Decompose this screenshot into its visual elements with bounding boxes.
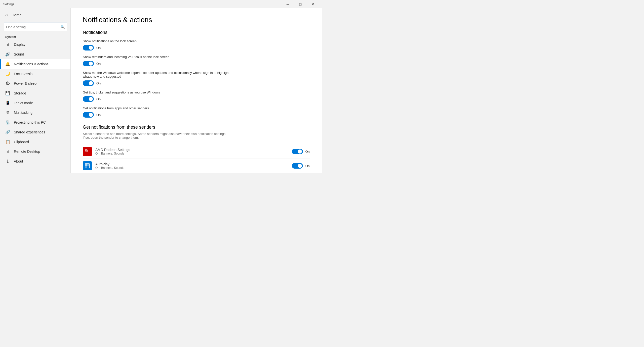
svg-point-2 [86, 150, 88, 152]
sidebar-item-power[interactable]: ⏻ Power & sleep [0, 79, 70, 88]
setting-app-notifications: Get notifications from apps and other se… [83, 106, 310, 118]
toggle-voip[interactable] [83, 61, 94, 66]
main-content: Notifications & actions Notifications Sh… [71, 8, 322, 173]
sidebar-item-sound[interactable]: 🔊 Sound [0, 49, 70, 59]
sidebar-item-storage[interactable]: 💾 Storage [0, 88, 70, 98]
about-nav-icon: ℹ [5, 159, 10, 164]
toggle-row-voip: On [83, 61, 310, 66]
setting-voip: Show reminders and incoming VoIP calls o… [83, 55, 310, 66]
setting-welcome: Show me the Windows welcome experience a… [83, 71, 310, 86]
title-bar: Settings ─ □ ✕ [0, 0, 322, 8]
setting-lock-screen-label: Show notifications on the lock screen [83, 39, 234, 43]
sidebar-item-projecting[interactable]: 📡 Projecting to this PC [0, 117, 70, 127]
setting-tips: Get tips, tricks, and suggestions as you… [83, 90, 310, 102]
toggle-welcome[interactable] [83, 80, 94, 86]
sidebar-item-remote[interactable]: 🖥 Remote Desktop [0, 147, 70, 156]
remote-nav-icon: 🖥 [5, 149, 10, 154]
sidebar-item-multitasking[interactable]: ⧉ Multitasking [0, 108, 70, 117]
close-button[interactable]: ✕ [307, 0, 319, 8]
sound-nav-icon: 🔊 [5, 52, 10, 57]
notifications-section-title: Notifications [83, 30, 310, 35]
tablet-nav-icon: 📱 [5, 101, 10, 105]
amd-app-sub: On: Banners, Sounds [95, 152, 292, 155]
amd-app-icon [83, 147, 92, 156]
toggle-amd[interactable] [292, 149, 303, 154]
autoplay-app-sub: On: Banners, Sounds [95, 166, 292, 170]
multitasking-nav-icon: ⧉ [5, 110, 10, 115]
app-row-autoplay[interactable]: AutoPlay On: Banners, Sounds On [83, 159, 310, 173]
sidebar-item-home[interactable]: ⌂ Home [0, 8, 70, 22]
focus-assist-nav-icon: 🌙 [5, 71, 10, 76]
sidebar-item-display[interactable]: 🖥 Display [0, 40, 70, 49]
sidebar-item-shared[interactable]: 🔗 Shared experiences [0, 127, 70, 137]
toggle-tips[interactable] [83, 96, 94, 102]
search-icon: 🔍 [60, 25, 65, 29]
clipboard-nav-icon: 📋 [5, 139, 10, 144]
sidebar-item-notifications[interactable]: 🔔 Notifications & actions [0, 59, 70, 69]
settings-window: Settings ─ □ ✕ ⌂ Home 🔍 System 🖥 Display [0, 0, 322, 173]
setting-welcome-label: Show me the Windows welcome experience a… [83, 71, 234, 78]
notifications-nav-icon: 🔔 [5, 62, 10, 66]
autoplay-toggle-area: On [292, 163, 310, 169]
setting-voip-label: Show reminders and incoming VoIP calls o… [83, 55, 234, 59]
toggle-voip-label: On [96, 62, 101, 66]
sidebar-item-clipboard-label: Clipboard [14, 140, 29, 144]
amd-app-info: AMD Radeon Settings On: Banners, Sounds [95, 148, 292, 155]
sidebar-item-about-label: About [14, 159, 23, 163]
sidebar-item-clipboard[interactable]: 📋 Clipboard [0, 137, 70, 147]
setting-app-notifications-label: Get notifications from apps and other se… [83, 106, 234, 110]
setting-lock-screen: Show notifications on the lock screen On [83, 39, 310, 51]
app-row-amd[interactable]: AMD Radeon Settings On: Banners, Sounds … [83, 144, 310, 159]
svg-rect-6 [85, 166, 87, 168]
sidebar-item-sound-label: Sound [14, 52, 24, 56]
projecting-nav-icon: 📡 [5, 120, 10, 125]
sidebar-item-notifications-label: Notifications & actions [14, 62, 49, 66]
svg-rect-4 [85, 164, 87, 166]
sidebar-item-power-label: Power & sleep [14, 81, 36, 85]
autoplay-svg-icon [85, 163, 90, 169]
amd-svg-icon [84, 148, 90, 155]
maximize-button[interactable]: □ [295, 0, 306, 8]
sidebar-section-system: System [0, 34, 70, 40]
autoplay-app-name: AutoPlay [95, 162, 292, 166]
toggle-tips-label: On [96, 97, 101, 101]
toggle-lock-screen[interactable] [83, 45, 94, 51]
home-icon: ⌂ [5, 12, 8, 18]
sidebar-item-display-label: Display [14, 42, 25, 46]
sidebar-item-focus-assist[interactable]: 🌙 Focus assist [0, 69, 70, 79]
sidebar-item-tablet-label: Tablet mode [14, 101, 33, 105]
window-body: ⌂ Home 🔍 System 🖥 Display 🔊 Sound 🔔 Noti… [0, 8, 322, 173]
sidebar-item-storage-label: Storage [14, 91, 26, 95]
sidebar: ⌂ Home 🔍 System 🖥 Display 🔊 Sound 🔔 Noti… [0, 8, 71, 173]
toggle-lock-screen-label: On [96, 46, 101, 50]
minimize-button[interactable]: ─ [282, 0, 294, 8]
senders-section-title: Get notifications from these senders [83, 125, 310, 130]
toggle-app-notifications-label: On [96, 113, 101, 117]
autoplay-app-icon [83, 161, 92, 170]
sidebar-item-about[interactable]: ℹ About [0, 156, 70, 166]
home-label: Home [12, 13, 22, 17]
display-nav-icon: 🖥 [5, 42, 10, 47]
toggle-row-lock-screen: On [83, 45, 310, 51]
sidebar-item-tablet[interactable]: 📱 Tablet mode [0, 98, 70, 108]
toggle-row-tips: On [83, 96, 310, 102]
toggle-autoplay-label: On [305, 164, 310, 168]
amd-toggle-area: On [292, 149, 310, 154]
search-box[interactable]: 🔍 [4, 23, 67, 31]
shared-nav-icon: 🔗 [5, 130, 10, 134]
sidebar-item-remote-label: Remote Desktop [14, 150, 40, 154]
window-controls: ─ □ ✕ [282, 0, 319, 8]
sidebar-item-shared-label: Shared experiences [14, 130, 45, 134]
search-input[interactable] [6, 25, 60, 29]
toggle-autoplay[interactable] [292, 163, 303, 169]
setting-tips-label: Get tips, tricks, and suggestions as you… [83, 90, 234, 94]
toggle-app-notifications[interactable] [83, 112, 94, 118]
window-title: Settings [3, 3, 14, 6]
sidebar-item-projecting-label: Projecting to this PC [14, 120, 46, 124]
toggle-amd-label: On [305, 150, 310, 154]
svg-rect-5 [87, 164, 90, 166]
page-title: Notifications & actions [83, 16, 310, 24]
senders-section-desc: Select a sender to see more settings. So… [83, 132, 229, 139]
amd-app-name: AMD Radeon Settings [95, 148, 292, 152]
toggle-welcome-label: On [96, 81, 101, 85]
